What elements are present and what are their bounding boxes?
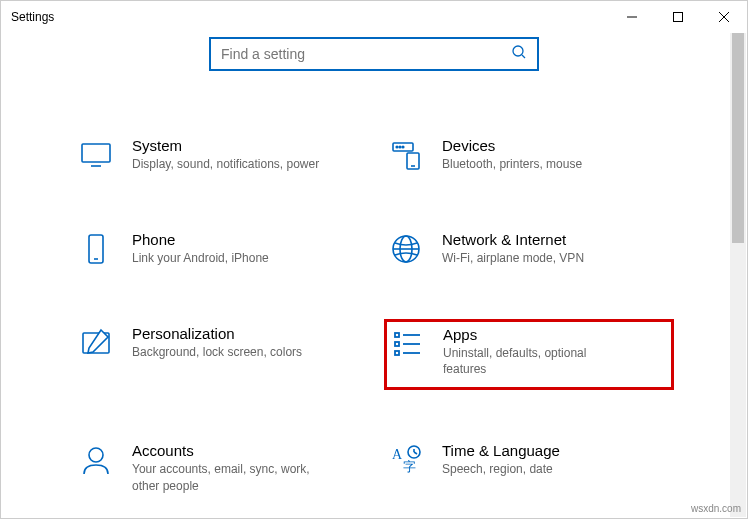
category-title: System (132, 137, 319, 154)
scroll-thumb[interactable] (732, 33, 744, 243)
svg-rect-22 (395, 351, 399, 355)
category-text: Network & Internet Wi-Fi, airplane mode,… (442, 231, 584, 266)
window-title: Settings (11, 10, 54, 24)
watermark: wsxdn.com (691, 503, 741, 514)
category-desc: Link your Android, iPhone (132, 250, 269, 266)
category-accounts[interactable]: Accounts Your accounts, email, sync, wor… (74, 436, 364, 499)
svg-point-9 (396, 146, 398, 148)
minimize-icon (627, 12, 637, 22)
svg-line-5 (522, 55, 525, 58)
category-desc: Display, sound, notifications, power (132, 156, 319, 172)
titlebar: Settings (1, 1, 747, 33)
category-title: Personalization (132, 325, 302, 342)
network-icon (388, 231, 424, 267)
svg-line-31 (414, 452, 417, 454)
apps-icon (389, 326, 425, 362)
category-desc: Your accounts, email, sync, work, other … (132, 461, 322, 493)
category-desc: Uninstall, defaults, optional features (443, 345, 633, 377)
svg-point-4 (513, 46, 523, 56)
time-language-icon: A字 (388, 442, 424, 478)
system-icon (78, 137, 114, 173)
category-title: Network & Internet (442, 231, 584, 248)
svg-rect-21 (395, 342, 399, 346)
search-input[interactable] (221, 46, 511, 62)
category-text: Time & Language Speech, region, date (442, 442, 560, 477)
maximize-button[interactable] (655, 1, 701, 33)
category-title: Apps (443, 326, 633, 343)
category-phone[interactable]: Phone Link your Android, iPhone (74, 225, 364, 273)
svg-point-26 (89, 448, 103, 462)
search-icon (511, 44, 527, 64)
svg-rect-6 (82, 144, 110, 162)
svg-rect-20 (395, 333, 399, 337)
category-title: Phone (132, 231, 269, 248)
search-container (1, 37, 747, 71)
close-icon (719, 12, 729, 22)
search-box[interactable] (209, 37, 539, 71)
phone-icon (78, 231, 114, 267)
category-text: Apps Uninstall, defaults, optional featu… (443, 326, 633, 377)
category-network[interactable]: Network & Internet Wi-Fi, airplane mode,… (384, 225, 674, 273)
category-personalization[interactable]: Personalization Background, lock screen,… (74, 319, 364, 390)
categories-grid: System Display, sound, notifications, po… (74, 131, 674, 500)
category-devices[interactable]: Devices Bluetooth, printers, mouse (384, 131, 674, 179)
svg-point-11 (402, 146, 404, 148)
category-system[interactable]: System Display, sound, notifications, po… (74, 131, 364, 179)
category-time[interactable]: A字 Time & Language Speech, region, date (384, 436, 674, 499)
personalization-icon (78, 325, 114, 361)
maximize-icon (673, 12, 683, 22)
svg-text:字: 字 (403, 459, 416, 474)
category-title: Time & Language (442, 442, 560, 459)
window-controls (609, 1, 747, 33)
category-text: Accounts Your accounts, email, sync, wor… (132, 442, 322, 493)
svg-rect-1 (674, 13, 683, 22)
accounts-icon (78, 442, 114, 478)
content-area: System Display, sound, notifications, po… (1, 33, 747, 500)
category-text: System Display, sound, notifications, po… (132, 137, 319, 172)
category-text: Phone Link your Android, iPhone (132, 231, 269, 266)
category-text: Personalization Background, lock screen,… (132, 325, 302, 360)
category-desc: Bluetooth, printers, mouse (442, 156, 582, 172)
category-title: Devices (442, 137, 582, 154)
minimize-button[interactable] (609, 1, 655, 33)
category-desc: Speech, region, date (442, 461, 560, 477)
svg-point-10 (399, 146, 401, 148)
devices-icon (388, 137, 424, 173)
category-apps[interactable]: Apps Uninstall, defaults, optional featu… (384, 319, 674, 390)
scrollbar[interactable] (730, 33, 746, 517)
svg-text:A: A (392, 447, 403, 462)
category-desc: Background, lock screen, colors (132, 344, 302, 360)
category-title: Accounts (132, 442, 322, 459)
close-button[interactable] (701, 1, 747, 33)
category-text: Devices Bluetooth, printers, mouse (442, 137, 582, 172)
category-desc: Wi-Fi, airplane mode, VPN (442, 250, 584, 266)
